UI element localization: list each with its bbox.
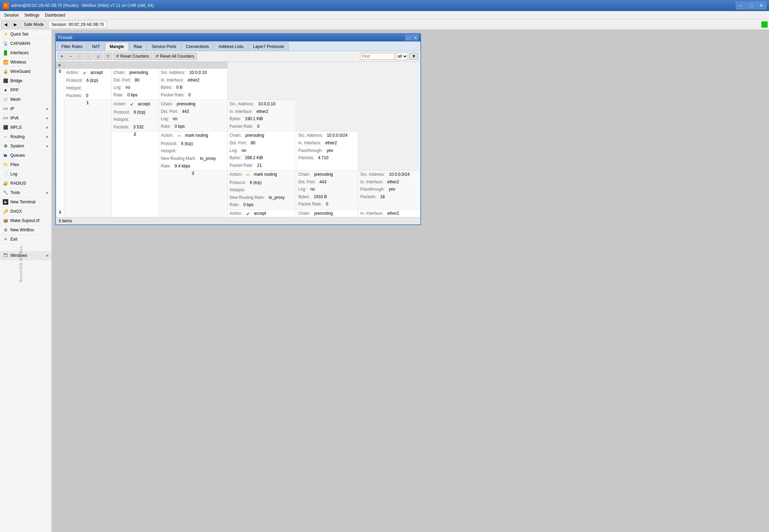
session-label: Session: 00:0C:29:AE:0B:70 [48,21,107,28]
sidebar-item-queues[interactable]: 🖿 Queues [0,151,51,160]
forward-button[interactable]: ▶ [11,21,19,28]
sidebar-item-exit[interactable]: ✕ Exit [0,235,51,244]
main-layout: ⚡ Quick Set 📡 CAPsMAN █ Interfaces 📶 Wir… [0,30,769,532]
delete-rule-button[interactable]: ✕ [84,53,93,60]
tab-mangle[interactable]: Mangle [105,42,128,51]
sidebar-item-files[interactable]: 📁 Files [0,160,51,170]
sidebar-item-wireless[interactable]: 📶 Wireless [0,58,51,67]
menu-settings[interactable]: Settings [22,12,42,18]
firewall-title: Firewall [58,35,72,40]
rule-4-col3: In. Interface: ether2 Log: no Rate: 9.4 … [358,209,420,217]
wireguard-icon: 🔒 [3,69,8,74]
firewall-close-button[interactable]: ✕ [412,35,418,40]
rule-4-col2: Chain: prerouting Hotspot: Packets: 809 [296,209,358,217]
rule-4-col1: Action: ✔ accept Routing Mark: to_proxy … [227,209,296,217]
sidebar-item-tools[interactable]: 🔧 Tools ▶ [0,188,51,197]
rule-toolbar: + − ⎘ ✕ ▣ ▽ ↺ Reset Counters ↺ Reset All… [56,51,420,62]
sidebar-item-system[interactable]: ⚙ System ▶ [0,142,51,151]
log-icon: 📄 [3,171,8,177]
sidebar-item-new-winbox[interactable]: 🖥 New WinBox [0,225,51,235]
tabs-bar: Filter Rules NAT Mangle Raw Service Port… [56,41,420,51]
capsman-icon: 📡 [3,41,8,46]
sidebar-item-windows[interactable]: 🗔 Windows ▶ [0,251,51,260]
find-dropdown-button[interactable]: ▼ [409,53,418,60]
tab-service-ports[interactable]: Service Ports [147,42,181,51]
sidebar-item-wireguard[interactable]: 🔒 WireGuard [0,67,51,76]
sidebar-item-capsman[interactable]: 📡 CAPsMAN [0,39,51,48]
firewall-maximize-button[interactable]: □ [405,35,411,40]
sidebar-item-quick-set[interactable]: ⚡ Quick Set [0,30,51,39]
sidebar-item-radius[interactable]: 🔐 RADIUS [0,179,51,188]
exit-icon: ✕ [3,236,8,242]
sidebar-item-ipv6[interactable]: 255 IPv6 ▶ [0,114,51,123]
menu-bar: Session Settings Dashboard [0,11,769,19]
app-icon: R [3,2,9,9]
tools-arrow: ▶ [46,191,49,194]
toolbar: ◀ ▶ Safe Mode Session: 00:0C:29:AE:0B:70 [0,19,769,30]
rule-2-col1: Action: ✏ mark routing Protocol: 6 (tcp)… [158,132,227,171]
rule-1-col2: Chain: prerouting Dst. Port: 443 Log: no… [158,100,227,132]
close-button[interactable]: ✕ [757,2,766,9]
sidebar-item-make-supout[interactable]: 📦 Make Supout.rif [0,216,51,225]
files-icon: 📁 [3,162,8,167]
rule-2-col3: Src. Address: 10.0.0.0/24 In. Interface:… [296,132,358,171]
copy-rule-button[interactable]: ⎘ [76,53,83,60]
minimize-button[interactable]: ─ [736,2,746,9]
sidebar-item-log[interactable]: 📄 Log [0,170,51,179]
back-button[interactable]: ◀ [1,21,10,28]
rule-2-col2: Chain: prerouting Dst. Port: 80 Log: no … [227,132,296,171]
table-row[interactable]: 0 Action: ✔ accept Protocol: 6 (tcp) Hot… [56,69,420,100]
bridge-icon: ⬛ [3,78,8,84]
ip-arrow: ▶ [46,107,49,110]
mpls-arrow: ▶ [46,126,49,129]
windows-arrow: ▶ [46,254,49,257]
sidebar-item-routing[interactable]: ↔ Routing ▶ [0,132,51,142]
ipv6-arrow: ▶ [46,116,49,120]
status-bar: 5 items [56,217,420,224]
sidebar-item-interfaces[interactable]: █ Interfaces [0,48,51,58]
rule-3-col2: Chain: prerouting Dst. Port: 443 Log: no… [296,171,358,210]
sidebar-item-ppp[interactable]: ● PPP [0,86,51,95]
tab-filter-rules[interactable]: Filter Rules [57,42,87,51]
menu-session[interactable]: Session [1,12,22,18]
rule-num-1: 1 [64,100,111,217]
add-rule-button[interactable]: + [58,52,66,60]
maximize-button[interactable]: □ [746,2,756,9]
col-header-num: # [56,62,64,69]
sidebar-item-dot1x[interactable]: 🔑 Dot1X [0,207,51,216]
windows-icon: 🗔 [3,253,8,258]
remove-rule-button[interactable]: − [67,53,74,60]
find-input[interactable] [360,53,395,60]
firewall-window: Firewall □ ✕ Filter Rules NAT Mangle Raw… [55,33,421,225]
queues-icon: 🖿 [3,153,8,158]
table-row[interactable]: 1 Action: ✔ accept Protocol: 6 (tcp) Hot… [56,100,420,132]
sidebar-item-mesh[interactable]: ⬡ Mesh [0,95,51,104]
tab-connections[interactable]: Connections [182,42,214,51]
reset-all-counters-button[interactable]: ↺ Reset All Counters [153,53,197,60]
find-select[interactable]: all [396,52,408,60]
sidebar-item-mpls[interactable]: ⬛ MPLS ▶ [0,123,51,132]
sidebar-item-bridge[interactable]: ⬛ Bridge [0,76,51,86]
tab-nat[interactable]: NAT [88,42,105,51]
tab-raw[interactable]: Raw [129,42,146,51]
sidebar-item-ip[interactable]: 255 IP ▶ [0,104,51,114]
wireless-icon: 📶 [3,59,8,65]
system-arrow: ▶ [46,144,49,148]
ip-icon: 255 [3,106,8,112]
rule-0-col2: Chain: prerouting Dst. Port: 80 Log: no … [111,69,158,100]
ppp-icon: ● [3,87,8,93]
radius-icon: 🔐 [3,181,8,186]
routing-arrow: ▶ [46,135,49,138]
sidebar-item-new-terminal[interactable]: ▶ New Terminal [0,197,51,207]
rules-table-container[interactable]: # 0 Action: ✔ accept Protocol: 6 (tcp) H… [56,62,420,217]
paste-rule-button[interactable]: ▣ [94,53,103,60]
tab-layer7[interactable]: Layer7 Protocols [249,42,289,51]
reset-counters-button[interactable]: ↺ Reset Counters [113,53,152,60]
rule-num-3: 3 [158,171,227,217]
mpls-icon: ⬛ [3,125,8,130]
menu-dashboard[interactable]: Dashboard [42,12,68,18]
tab-address-lists[interactable]: Address Lists [214,42,248,51]
rule-1-col3: Src. Address: 10.0.0.10 In. Interface: e… [227,100,296,132]
safe-mode-button[interactable]: Safe Mode [21,21,47,28]
filter-button[interactable]: ▽ [104,53,112,60]
